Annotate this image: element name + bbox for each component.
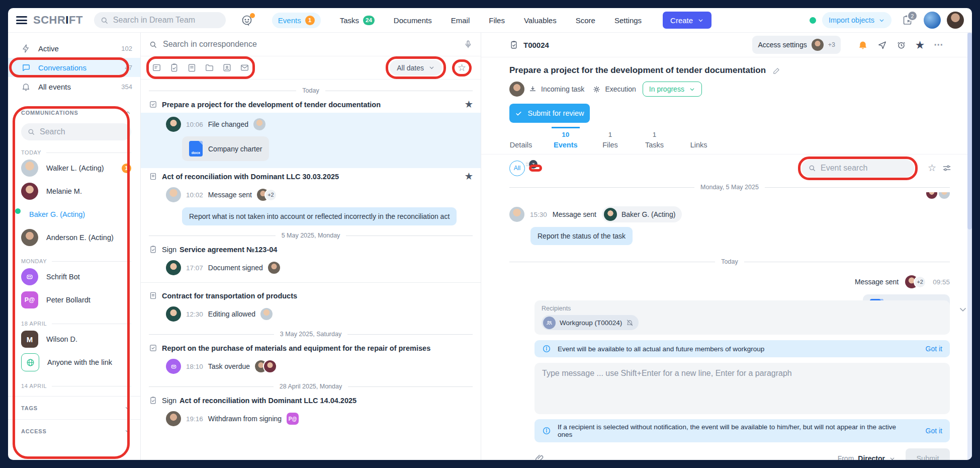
chat-message-outgoing[interactable]: Message sent +2 09:55 bbox=[509, 275, 950, 288]
menu-icon[interactable] bbox=[16, 16, 27, 24]
nav-events[interactable]: Events 1 bbox=[272, 13, 321, 28]
message-textarea[interactable] bbox=[542, 369, 942, 408]
create-button[interactable]: Create bbox=[663, 12, 711, 29]
star-filled-icon[interactable]: ★ bbox=[465, 172, 473, 181]
submit-button[interactable]: Submit bbox=[906, 448, 950, 460]
event-list: Today Prepare a project for the developm… bbox=[141, 80, 481, 460]
submit-for-review-button[interactable]: Submit for review bbox=[509, 104, 590, 123]
contact-anderson[interactable]: Anderson E. (Acting) bbox=[8, 226, 140, 249]
workgroup-recipient-pill[interactable]: Workgroup (T00024) bbox=[542, 315, 639, 330]
import-objects-button[interactable]: Import objects bbox=[822, 12, 892, 28]
nav-valuables[interactable]: Valuables bbox=[524, 16, 557, 25]
event-entry[interactable]: 17:07 Document signed bbox=[141, 258, 481, 278]
bot-avatar bbox=[21, 268, 38, 285]
chat-message[interactable]: 15:30 Message sent Baker G. (Acting) bbox=[509, 206, 950, 222]
selected-event-block[interactable]: 10:06 File changed docx Company charter bbox=[141, 113, 481, 168]
global-search-input[interactable] bbox=[113, 16, 220, 25]
nav-label: Files bbox=[489, 16, 505, 25]
event-entry[interactable]: 18:10 Task overdue bbox=[141, 356, 481, 376]
contact-baker[interactable]: Baker G. (Acting) bbox=[8, 203, 140, 226]
chevron-up-icon[interactable] bbox=[124, 109, 131, 116]
message-input-box[interactable] bbox=[534, 363, 950, 414]
favorite-events-button[interactable]: ☆ bbox=[925, 163, 939, 174]
event-title-row[interactable]: Sign Service agreement №123-04 bbox=[141, 241, 481, 258]
user-avatar[interactable] bbox=[947, 12, 964, 29]
app-logo: SCHRIFT bbox=[33, 14, 83, 27]
sidebar-item-active[interactable]: Active 102 bbox=[8, 39, 140, 58]
nav-documents[interactable]: Documents bbox=[394, 16, 432, 25]
star-filled-icon[interactable]: ★ bbox=[916, 40, 924, 50]
event-title-row[interactable]: Report on the purchase of materials and … bbox=[141, 340, 481, 356]
reminder-clock-icon[interactable] bbox=[897, 40, 906, 50]
access-settings-button[interactable]: Access settings +3 bbox=[752, 36, 841, 54]
tab-links[interactable]: Links bbox=[685, 127, 712, 154]
mail-filter-icon[interactable] bbox=[240, 63, 249, 72]
more-actions-icon[interactable]: ⋯ bbox=[934, 43, 944, 47]
contact-melanie[interactable]: Melanie M. bbox=[8, 180, 140, 203]
star-filled-icon[interactable]: ★ bbox=[465, 100, 473, 109]
microphone-icon[interactable] bbox=[464, 40, 473, 49]
global-search[interactable] bbox=[94, 12, 226, 28]
favorites-filter-button[interactable]: ☆ bbox=[455, 62, 469, 73]
communications-header[interactable]: COMMUNICATIONS bbox=[21, 109, 131, 116]
message-author-pill[interactable]: Baker G. (Acting) bbox=[602, 206, 682, 222]
tab-tasks[interactable]: 1Tasks bbox=[641, 127, 668, 154]
task-panel: T00024 Access settings +3 ★ ⋯ Prepare a … bbox=[481, 33, 972, 460]
event-entry[interactable]: 10:02 Message sent +2 bbox=[141, 185, 481, 205]
contact-peter[interactable]: P@ Peter Bollardt bbox=[8, 288, 140, 311]
contact-schrift-bot[interactable]: Schrift Bot bbox=[8, 265, 140, 288]
nav-files[interactable]: Files bbox=[489, 16, 505, 25]
event-title-row[interactable]: Sign Act of reconciliation with Dominant… bbox=[141, 392, 481, 409]
message-filter-icon[interactable] bbox=[187, 63, 197, 72]
note-filter-icon[interactable] bbox=[152, 63, 161, 72]
nav-settings[interactable]: Settings bbox=[614, 16, 642, 25]
event-title-row[interactable]: Contract for transportation of products bbox=[141, 287, 481, 304]
clipboard-buffer-icon[interactable]: 2 bbox=[902, 14, 914, 26]
correspondence-search-input[interactable] bbox=[163, 40, 458, 49]
tab-events[interactable]: 10Events bbox=[552, 127, 580, 154]
all-participants-button[interactable]: All bbox=[509, 161, 525, 176]
tags-section[interactable]: TAGS bbox=[8, 397, 140, 419]
status-dropdown[interactable]: In progress bbox=[643, 82, 702, 97]
folder-filter-icon[interactable] bbox=[205, 63, 214, 72]
paperclip-icon[interactable] bbox=[534, 453, 545, 460]
sidebar-item-all-events[interactable]: All events 354 bbox=[8, 77, 140, 96]
communications-search[interactable] bbox=[21, 123, 131, 140]
tab-details[interactable]: Details bbox=[507, 127, 534, 154]
avatar[interactable] bbox=[509, 82, 524, 97]
tab-files[interactable]: 1Files bbox=[597, 127, 624, 154]
event-title-row[interactable]: Act of reconciliation with Dominant LLC … bbox=[141, 168, 481, 185]
access-section[interactable]: ACCESS bbox=[8, 420, 140, 442]
task-filter-icon[interactable] bbox=[169, 63, 179, 72]
from-selector[interactable]: From Director bbox=[838, 454, 896, 460]
contact-filter-icon[interactable] bbox=[222, 63, 232, 72]
event-search[interactable] bbox=[801, 160, 914, 177]
event-entry[interactable]: 19:16 Withdrawn from signing P@ bbox=[141, 409, 481, 429]
bell-icon[interactable] bbox=[858, 40, 868, 50]
scrollbar[interactable] bbox=[967, 33, 972, 460]
filter-sliders-icon[interactable] bbox=[942, 163, 952, 173]
scrollbar-thumb[interactable] bbox=[967, 33, 972, 229]
workspace-avatar[interactable] bbox=[924, 12, 941, 29]
event-title-row[interactable]: Prepare a project for the development of… bbox=[141, 96, 481, 113]
contact-wilson[interactable]: M Wilson D. bbox=[8, 328, 140, 351]
nav-tasks[interactable]: Tasks 24 bbox=[340, 16, 375, 25]
file-attachment[interactable]: docx Company charter bbox=[182, 136, 269, 161]
contact-anyone-link[interactable]: Anyone with the link bbox=[8, 351, 140, 374]
date-filter-dropdown[interactable]: All dates bbox=[390, 60, 442, 75]
nav-email[interactable]: Email bbox=[451, 16, 470, 25]
got-it-link[interactable]: Got it bbox=[916, 427, 942, 435]
edit-pencil-icon[interactable] bbox=[772, 66, 781, 75]
event-entry[interactable]: 12:30 Editing allowed bbox=[141, 304, 481, 324]
got-it-link[interactable]: Got it bbox=[916, 345, 942, 353]
sidebar-item-conversations[interactable]: Conversations 47 bbox=[8, 58, 140, 77]
logo-text: FT bbox=[69, 14, 83, 27]
collapse-chevron-icon[interactable] bbox=[958, 304, 968, 315]
communications-search-input[interactable] bbox=[40, 127, 125, 136]
nav-score[interactable]: Score bbox=[576, 16, 595, 25]
send-icon[interactable] bbox=[877, 40, 887, 50]
support-bot-icon[interactable] bbox=[241, 14, 253, 26]
contact-walker[interactable]: Walker L. (Acting) 1 bbox=[8, 157, 140, 180]
correspondence-search[interactable] bbox=[141, 33, 481, 56]
event-search-input[interactable] bbox=[821, 164, 908, 173]
